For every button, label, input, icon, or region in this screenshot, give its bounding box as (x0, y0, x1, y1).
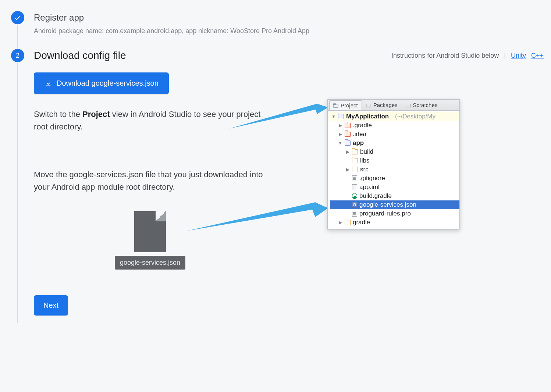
file-icon (352, 175, 357, 181)
tab-scratches[interactable]: Scratches (402, 100, 442, 110)
instructions-links: Instructions for Android Studio below | … (391, 52, 544, 60)
next-button-label: Next (43, 301, 58, 310)
paragraph-switch-view: Switch to the Project view in Android St… (34, 108, 269, 133)
next-button[interactable]: Next (34, 295, 68, 316)
file-icon (352, 184, 357, 190)
chevron-right-icon: ▶ (345, 149, 350, 154)
tree-gradle-dir[interactable]: ▶.gradle (330, 121, 459, 130)
svg-rect-4 (366, 104, 371, 107)
android-studio-panel: ⬚ ⬤ Z: Structure ◧ Captures ◐ Project (327, 99, 460, 229)
tree-gitignore[interactable]: .gitignore (330, 174, 459, 183)
download-button[interactable]: Download google-services.json (34, 72, 169, 94)
tree-app-dir[interactable]: ▼app (330, 139, 459, 147)
step-register-app: Register app Android package name: com.e… (11, 11, 544, 44)
tree-build-dir[interactable]: ▶build (330, 147, 459, 156)
folder-icon (345, 123, 351, 128)
file-icon-block: google-services.json (115, 211, 185, 270)
checkmark-icon (14, 14, 22, 22)
tab-project[interactable]: Project (329, 100, 362, 110)
tree-libs-dir[interactable]: libs (330, 156, 459, 165)
tree-idea-dir[interactable]: ▶.idea (330, 130, 459, 139)
tree-build-gradle[interactable]: build.gradle (330, 192, 459, 200)
folder-icon (366, 103, 371, 108)
chevron-right-icon: ▶ (338, 123, 342, 128)
step-indicator-done (11, 11, 24, 24)
step2-number: 2 (16, 52, 19, 60)
chevron-down-icon: ▼ (338, 140, 342, 146)
folder-icon (352, 167, 358, 172)
module-folder-icon (338, 114, 344, 119)
download-icon (44, 79, 52, 88)
step2-title: Download config file (34, 50, 126, 61)
step-indicator-number: 2 (11, 49, 24, 62)
tree-app-iml[interactable]: app.iml (330, 183, 459, 192)
folder-icon (345, 132, 351, 137)
chevron-down-icon: ▼ (331, 114, 336, 119)
module-folder-icon (345, 140, 351, 146)
step1-subtitle: Android package name: com.example.androi… (34, 27, 544, 35)
folder-icon (406, 103, 411, 108)
tree-gradle-root[interactable]: ▶gradle (330, 218, 459, 227)
svg-rect-5 (406, 104, 410, 107)
json-file-icon (134, 211, 166, 252)
tree-google-services-json[interactable]: google-services.json (330, 200, 459, 209)
folder-icon (352, 149, 358, 154)
file-icon-label: google-services.json (115, 256, 185, 270)
file-icon (352, 211, 357, 217)
download-button-label: Download google-services.json (57, 79, 159, 88)
folder-icon (333, 103, 338, 108)
instructions-label: Instructions for Android Studio below (391, 52, 499, 60)
chevron-right-icon: ▶ (338, 220, 342, 225)
cpp-link[interactable]: C++ (531, 52, 544, 60)
as-tool-sidebar: ⬚ ⬤ Z: Structure ◧ Captures ◐ (327, 111, 328, 229)
tab-packages[interactable]: Packages (362, 100, 402, 110)
folder-icon (352, 158, 358, 163)
chevron-right-icon: ▶ (338, 132, 342, 137)
paragraph-move-file: Move the google-services.json file that … (34, 168, 269, 193)
tree-root[interactable]: ▼ MyApplication (~/Desktop/My (330, 112, 459, 121)
json-file-icon (352, 202, 357, 208)
unity-link[interactable]: Unity (511, 52, 526, 60)
step-download-config: 2 Download config file Instructions for … (11, 49, 544, 316)
chevron-right-icon: ▶ (345, 167, 350, 172)
tree-proguard[interactable]: proguard-rules.pro (330, 209, 459, 218)
step1-title: Register app (34, 11, 544, 23)
gradle-icon (352, 193, 357, 199)
tree-src-dir[interactable]: ▶src (330, 165, 459, 174)
project-tree: ▼ MyApplication (~/Desktop/My ▶.gradle ▶… (328, 111, 459, 229)
as-view-tabs: Project Packages Scratches (328, 100, 459, 111)
step-connector-line (17, 24, 18, 51)
step-connector-line (17, 62, 18, 323)
folder-icon (345, 220, 351, 225)
separator: | (504, 52, 506, 60)
